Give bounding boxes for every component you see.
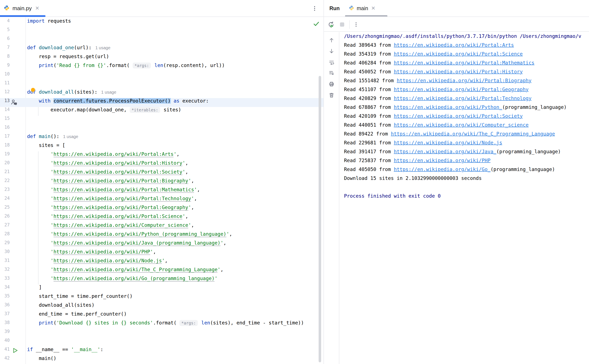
line-number: 15 [0,116,10,125]
editor-pane: main.py ✕ 4import requests567def downloa… [0,0,324,364]
editor-tab-main-py[interactable]: main.py ✕ [0,0,45,16]
code-line-38[interactable]: 38 print('Download {} sites in {} second… [0,320,324,329]
code-line-24[interactable]: 24 'https://en.wikipedia.org/wiki/Portal… [0,196,324,205]
console-url-link[interactable]: https://en.wikipedia.org/wiki/Node.js [394,140,502,145]
soft-wrap-icon[interactable] [329,60,334,65]
code-line-22[interactable]: 22 'https://en.wikipedia.org/wiki/Portal… [0,178,324,187]
code-line-31[interactable]: 31 'https://en.wikipedia.org/wiki/Node.j… [0,258,324,267]
code-line-41[interactable]: 41if __name__ == '__main__': [0,347,324,356]
code-editor[interactable]: 4import requests567def download_one(url)… [0,17,324,364]
code-line-11[interactable]: 11 [0,80,324,89]
console-url-link[interactable]: https://en.wikipedia.org/wiki/Computer_s… [394,122,529,128]
code-line-23[interactable]: 23 'https://en.wikipedia.org/wiki/Portal… [0,187,324,196]
code-line-14[interactable]: 14 executor.map(download_one, *iterables… [0,107,324,116]
code-line-25[interactable]: 25 'https://en.wikipedia.org/wiki/Portal… [0,205,324,214]
line-number: 23 [0,187,10,196]
console-url-link[interactable]: https://en.wikipedia.org/wiki/PHP [394,158,490,163]
line-number: 20 [0,160,10,169]
jump-down-icon[interactable] [329,48,334,54]
code-line-15[interactable]: 15 [0,116,324,125]
console-stdout-text: Read 229681 from [344,140,394,145]
clear-console-trash-icon[interactable] [329,92,334,98]
line-number: 29 [0,240,10,249]
code-line-28[interactable]: 28 'https://en.wikipedia.org/wiki/Python… [0,231,324,240]
code-line-9[interactable]: 9 print('Read {} from {}'.format( *args:… [0,63,324,72]
code-line-26[interactable]: 26 'https://en.wikipedia.org/wiki/Portal… [0,214,324,222]
run-tab-close-icon[interactable]: ✕ [371,5,376,11]
code-line-7[interactable]: 7def download_one(url):1 usage [0,45,324,54]
run-tab-underline [345,15,387,16]
console-url-link[interactable]: https://en.wikipedia.org/wiki/The_C_Prog… [391,131,555,136]
code-line-4[interactable]: 4import requests [0,18,324,27]
code-line-19[interactable]: 19 'https://en.wikipedia.org/wiki/Portal… [0,151,324,160]
code-line-16[interactable]: 16 [0,125,324,134]
console-stdout-text: Read 420109 from [344,113,394,119]
stop-button[interactable] [338,20,346,29]
console-line-11: Read 440051 from https://en.wikipedia.or… [344,122,589,131]
line-number: 37 [0,311,10,320]
console-url-link[interactable]: https://en.wikipedia.org/wiki/Portal:Art… [394,42,514,48]
console-line-9: Read 678867 from https://en.wikipedia.or… [344,104,589,113]
console-url-link[interactable]: https://en.wikipedia.org/wiki/Portal:Mat… [394,60,534,65]
console-url-link[interactable]: https://en.wikipedia.org/wiki/Go_ [394,167,490,172]
console-stdout-text: Read 440051 from [344,122,394,128]
code-line-35[interactable]: 35 start_time = time.perf_counter() [0,293,324,302]
rerun-button[interactable] [327,20,335,29]
usages-hint[interactable]: 1 usage [101,90,116,94]
run-panel-header: Run main ✕ [324,0,589,17]
code-line-42[interactable]: 42 main() [0,356,324,364]
console-url-link[interactable]: https://en.wikipedia.org/wiki/Portal:Soc… [394,113,523,119]
code-line-33[interactable]: 33 'https://en.wikipedia.org/wiki/Go_(pr… [0,276,324,285]
ai-chat-gutter-icon[interactable] [11,98,18,106]
console-url-link[interactable]: https://en.wikipedia.org/wiki/Portal:Bio… [397,78,531,83]
console-url-link[interactable]: https://en.wikipedia.org/wiki/Portal:Geo… [394,87,529,92]
code-line-13[interactable]: 13 with concurrent.futures.ProcessPoolEx… [0,98,324,107]
run-tab-main[interactable]: main ✕ [347,0,378,16]
print-icon[interactable] [329,81,334,87]
console-url-link[interactable]: https://en.wikipedia.org/wiki/Python_ [394,104,502,110]
code-line-30[interactable]: 30 'https://en.wikipedia.org/wiki/PHP', [0,249,324,258]
code-line-21[interactable]: 21 'https://en.wikipedia.org/wiki/Portal… [0,169,324,178]
console-url-link[interactable]: https://en.wikipedia.org/wiki/Portal:Tec… [394,96,531,101]
code-line-36[interactable]: 36 download_all(sites) [0,302,324,311]
code-line-27[interactable]: 27 'https://en.wikipedia.org/wiki/Comput… [0,222,324,231]
code-text: sites = [ [27,143,65,151]
line-number: 5 [0,27,10,36]
line-number: 40 [0,338,10,347]
code-line-34[interactable]: 34 ] [0,285,324,293]
console-url-link[interactable]: https://en.wikipedia.org/wiki/Java_ [394,149,496,154]
code-line-10[interactable]: 10 [0,72,324,80]
code-text: 'https://en.wikipedia.org/wiki/Go_(progr… [27,276,218,285]
jump-up-icon[interactable] [329,37,334,43]
editor-scrollbar-thumb[interactable] [319,76,321,362]
code-line-32[interactable]: 32 'https://en.wikipedia.org/wiki/The_C_… [0,267,324,276]
code-line-29[interactable]: 29 'https://en.wikipedia.org/wiki/Java_(… [0,240,324,249]
usages-hint[interactable]: 1 usage [63,134,78,139]
scroll-to-end-icon[interactable] [329,70,334,76]
console-stdout-text: Read 354319 from [344,51,394,57]
run-line-play-icon[interactable] [12,347,19,354]
inspections-ok-check-icon[interactable] [313,20,320,27]
intention-bulb-icon[interactable] [30,88,36,94]
code-line-37[interactable]: 37 end_time = time.perf_counter() [0,311,324,320]
code-text: print('Download {} sites in {} seconds'.… [27,320,304,329]
code-line-12[interactable]: 12def download_all(sites):1 usage [0,89,324,98]
usages-hint[interactable]: 1 usage [95,46,110,50]
console-url-link[interactable]: https://en.wikipedia.org/wiki/Portal:Sci… [394,51,523,57]
code-line-8[interactable]: 8 resp = requests.get(url) [0,54,324,63]
code-line-40[interactable]: 40 [0,338,324,347]
code-line-39[interactable]: 39 [0,329,324,338]
console-stdout-text: Read 725837 from [344,158,394,163]
console-stdout-text: Read 678867 from [344,104,394,110]
run-more-options-icon[interactable] [352,20,360,29]
run-console-output[interactable]: /Users/zhongmingmao/.asdf/installs/pytho… [340,32,589,364]
editor-tab-close-icon[interactable]: ✕ [35,5,40,11]
code-line-18[interactable]: 18 sites = [ [0,143,324,151]
code-line-5[interactable]: 5 [0,27,324,36]
code-line-6[interactable]: 6 [0,36,324,45]
code-text: 'https://en.wikipedia.org/wiki/PHP', [27,249,156,258]
code-line-20[interactable]: 20 'https://en.wikipedia.org/wiki/Portal… [0,160,324,169]
code-line-17[interactable]: 17def main():1 usage [0,134,324,143]
editor-more-options-icon[interactable] [310,4,319,13]
console-url-link[interactable]: https://en.wikipedia.org/wiki/Portal:His… [394,69,523,74]
